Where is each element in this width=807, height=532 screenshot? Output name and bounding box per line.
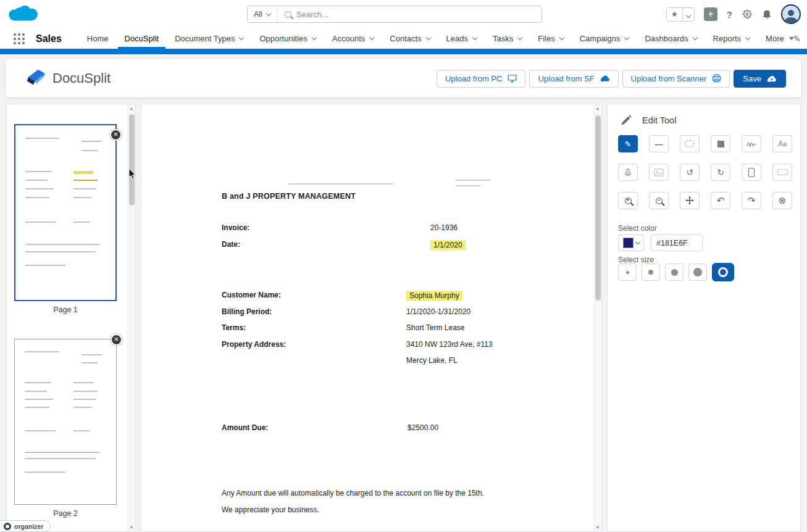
document-page[interactable]: B and J PROPERTY MANAGEMENT Invoice: 20-… [141, 104, 601, 531]
color-hex-input[interactable] [651, 235, 703, 251]
size-1-button[interactable] [618, 264, 637, 281]
docusplit-app: All ★ + ? [0, 0, 807, 532]
help-icon[interactable]: ? [727, 9, 732, 20]
scroll-down-arrow[interactable]: ▼ [128, 525, 135, 530]
app-launcher-icon[interactable] [14, 33, 25, 44]
tab-leads[interactable]: Leads [438, 28, 485, 49]
document-row: Date: 1/1/2020 [141, 240, 601, 250]
rotate-left-icon: ↺ [686, 167, 693, 177]
image-tool-button[interactable] [649, 164, 669, 181]
redo-tool-button[interactable]: ↷ [742, 192, 761, 209]
tab-contacts[interactable]: Contacts [382, 28, 438, 49]
edit-tool-panel: Edit Tool ✎ — Aa ↺ ↻ + − [607, 104, 801, 532]
scrollbar-thumb[interactable] [595, 115, 601, 301]
size-5-button-selected[interactable] [712, 263, 734, 281]
zoom-out-tool-button[interactable]: − [649, 192, 669, 209]
global-search: All [247, 6, 542, 23]
search-input[interactable] [296, 10, 541, 19]
size-4-button[interactable] [688, 264, 707, 281]
favorites-star-icon[interactable]: ★ [667, 10, 682, 19]
size-3-button[interactable] [665, 264, 684, 281]
clear-tool-button[interactable]: ⊗ [772, 192, 792, 209]
favorites-dropdown[interactable] [683, 9, 694, 20]
header-icons: ★ + ? [666, 0, 801, 28]
upload-from-pc-button[interactable]: Upload from PC [437, 70, 525, 88]
zoom-in-icon: + [625, 197, 632, 204]
landscape-tool-button[interactable] [772, 164, 792, 181]
ellipse-select-tool-button[interactable] [680, 135, 700, 152]
stamp-icon [624, 168, 632, 177]
rotate-right-icon: ↻ [717, 167, 724, 177]
organizer-label: organizer [14, 523, 43, 530]
zoom-in-tool-button[interactable]: + [618, 192, 638, 209]
stamp-tool-button[interactable] [618, 164, 638, 181]
line-tool-button[interactable]: — [649, 135, 669, 152]
page-thumbnail[interactable]: ✕ [14, 339, 117, 505]
divider [277, 6, 277, 22]
size-controls [618, 263, 734, 281]
edit-tool-title: Edit Tool [642, 115, 676, 125]
remove-page-button[interactable]: ✕ [111, 334, 122, 346]
scroll-down-arrow[interactable]: ▼ [594, 525, 601, 530]
size-2-button[interactable] [642, 264, 660, 281]
text-icon: Aa [778, 139, 787, 148]
tool-grid: ✎ — Aa ↺ ↻ + − ↶ ↷ ⊗ [618, 135, 792, 209]
size-dot-icon [671, 269, 678, 276]
portrait-icon [748, 168, 755, 177]
undo-tool-button[interactable]: ↶ [711, 192, 730, 209]
signature-tool-button[interactable] [742, 135, 761, 152]
nav-edit-pencil-icon[interactable]: ✎ [793, 34, 801, 44]
brand-strip [0, 49, 807, 54]
quick-add-icon[interactable]: + [704, 7, 717, 21]
chevron-down-icon [312, 35, 317, 40]
tab-opportunities[interactable]: Opportunities [251, 28, 324, 49]
tab-tasks[interactable]: Tasks [485, 28, 530, 49]
page-caption: Page 1 [14, 305, 117, 314]
setup-gear-icon[interactable] [742, 9, 753, 20]
scan-artifact [456, 185, 480, 186]
save-button[interactable]: Save [734, 70, 786, 88]
notifications-bell-icon[interactable] [762, 9, 772, 20]
scroll-up-arrow[interactable]: ▲ [128, 106, 135, 110]
tab-accounts[interactable]: Accounts [324, 28, 382, 49]
document-scrollbar[interactable]: ▲ ▼ [593, 104, 601, 531]
rotate-right-tool-button[interactable]: ↻ [711, 164, 730, 181]
printer-icon [712, 74, 721, 83]
page-thumbnail[interactable]: ✕ [14, 124, 117, 301]
upload-from-sf-button[interactable]: Upload from SF [529, 70, 618, 88]
pen-tool-button[interactable]: ✎ [618, 135, 638, 152]
organizer-extension-badge[interactable]: organizer [0, 520, 51, 532]
tab-docusplit[interactable]: DocuSplit [117, 28, 167, 49]
edit-tool-header: Edit Tool [620, 114, 676, 127]
upload-from-scanner-button[interactable]: Upload from Scanner [622, 70, 730, 88]
tab-campaigns[interactable]: Campaigns [572, 28, 637, 49]
rectangle-tool-button[interactable] [711, 135, 730, 152]
page-caption: Page 2 [14, 509, 117, 518]
tab-files[interactable]: Files [530, 28, 571, 49]
avatar[interactable] [781, 4, 801, 24]
document-footer-line: Any Amount due will automatically be cha… [222, 489, 484, 497]
search-scope-selector[interactable]: All [248, 6, 277, 22]
signature-icon [746, 140, 757, 148]
chevron-down-icon [472, 35, 477, 40]
tab-document-types[interactable]: Document Types [167, 28, 251, 49]
salesforce-cloud-logo [6, 2, 41, 29]
tab-home[interactable]: Home [79, 28, 117, 49]
move-tool-button[interactable] [680, 192, 700, 209]
tab-reports[interactable]: Reports [705, 28, 758, 49]
global-header: All ★ + ? [0, 0, 807, 28]
scrollbar-thumb[interactable] [129, 114, 135, 206]
portrait-tool-button[interactable] [742, 164, 761, 181]
favorites-control[interactable]: ★ [666, 7, 695, 22]
chevron-down-icon [686, 13, 691, 18]
remove-page-button[interactable]: ✕ [110, 129, 122, 141]
color-swatch [623, 238, 633, 248]
search-scope-label: All [254, 10, 262, 19]
search-icon [285, 11, 291, 18]
color-picker-dropdown[interactable] [618, 235, 644, 251]
tab-dashboards[interactable]: Dashboards [637, 28, 705, 49]
document-preview-panel: B and J PROPERTY MANAGEMENT Invoice: 20-… [141, 104, 602, 532]
text-tool-button[interactable]: Aa [772, 135, 792, 152]
scroll-up-arrow[interactable]: ▲ [594, 106, 601, 110]
rotate-left-tool-button[interactable]: ↺ [680, 164, 700, 181]
